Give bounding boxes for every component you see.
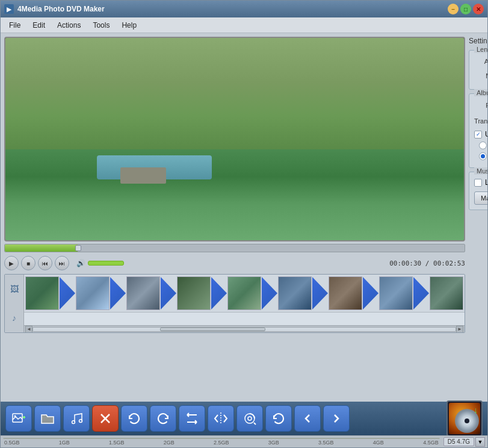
burn-arrow-icon: ↓ [474, 405, 478, 415]
disk-dropdown-arrow[interactable]: ▼ [475, 437, 485, 447]
flip-button[interactable] [208, 405, 234, 432]
status-bar: 0.5GB 1GB 1.5GB 2GB 2.5GB 3GB 3.5GB 4GB … [1, 435, 487, 447]
forward-button[interactable] [323, 405, 350, 432]
scrollbar-track[interactable] [32, 327, 456, 332]
album-settings-group: Album Settings Photo ▲ ▼ ms 🎵 Transition [469, 93, 487, 168]
thumb-1[interactable] [25, 276, 59, 310]
random-transition-radio[interactable] [479, 152, 487, 160]
back-button[interactable] [294, 405, 321, 432]
music-track-icon: ♪ [12, 313, 16, 323]
left-panel: ▶ ■ ⏮ ⏭ 🔊 00:00:30 / 00:02:53 🖼 ♪ [4, 37, 465, 398]
effects-button[interactable] [236, 405, 263, 432]
undo-button[interactable] [265, 405, 292, 432]
album-settings-title: Album Settings [474, 89, 487, 96]
timeline-scrollbar: ◄ ► [24, 325, 465, 332]
transition-2 [110, 277, 126, 310]
video-preview [4, 37, 465, 241]
dissolve-only-row: Dissolve Only [479, 141, 487, 149]
transition-1 [60, 277, 75, 310]
right-panel: Settings Length Album Music Album Settin… [469, 37, 487, 398]
add-photo-button[interactable] [5, 405, 32, 432]
music-settings-title: Music Settings [474, 167, 487, 175]
mark-1: 1GB [59, 440, 70, 446]
burn-button[interactable]: ↓ [446, 400, 483, 437]
mark-4: 2.5GB [214, 440, 229, 446]
menu-help[interactable]: Help [116, 19, 143, 31]
video-landscape [5, 149, 464, 240]
timeline-labels: 🖼 ♪ [5, 275, 24, 332]
settings-title: Settings [469, 37, 487, 45]
window-title: 4Media Photo DVD Maker [17, 5, 448, 13]
svg-point-5 [79, 420, 82, 423]
prev-button[interactable]: ⏮ [38, 256, 52, 270]
thumb-2[interactable] [76, 276, 110, 310]
thumb-8[interactable] [379, 276, 413, 310]
thumb-7[interactable] [329, 276, 362, 310]
progress-bar[interactable] [4, 244, 465, 252]
svg-point-4 [72, 421, 75, 424]
random-transition-row: Random Transition [479, 152, 487, 160]
thumb-6[interactable] [278, 276, 312, 310]
burn-icon: ↓ [449, 403, 480, 434]
main-content: ▶ ■ ⏮ ⏭ 🔊 00:00:30 / 00:02:53 🖼 ♪ [1, 33, 487, 402]
svg-point-10 [248, 417, 252, 420]
volume-icon: 🔊 [76, 259, 85, 267]
transition-7 [363, 277, 378, 310]
open-folder-button[interactable] [34, 405, 61, 432]
music-row: Music [474, 70, 487, 82]
loop-row: Loop [474, 178, 487, 187]
add-music-button[interactable] [63, 405, 90, 432]
menubar: File Edit Actions Tools Help [1, 17, 487, 33]
menu-actions[interactable]: Actions [51, 19, 87, 31]
scroll-left-arrow[interactable]: ◄ [25, 326, 32, 333]
burn-disc-hole [465, 418, 469, 423]
volume-bar[interactable] [88, 261, 124, 266]
status-progress-bar [3, 438, 440, 439]
svg-line-11 [254, 423, 256, 425]
window-controls: – □ ✕ [448, 4, 484, 14]
progress-fill [5, 244, 78, 252]
manage-audio-button[interactable]: Manage Audio [474, 191, 487, 205]
play-button[interactable]: ▶ [4, 256, 19, 270]
menu-edit[interactable]: Edit [26, 19, 51, 31]
scrollbar-thumb[interactable] [160, 328, 266, 331]
next-button[interactable]: ⏭ [55, 256, 69, 270]
thumb-3[interactable] [126, 276, 160, 310]
mark-8: 4.5GB [423, 440, 439, 446]
transition-row: Transition ▲ ▼ ms [474, 114, 487, 128]
rotate-ccw-button[interactable] [121, 405, 147, 432]
mark-0: 0.5GB [4, 440, 20, 446]
photo-row: Photo ▲ ▼ ms 🎵 [474, 99, 487, 112]
use-transition-checkbox[interactable] [474, 131, 482, 138]
delete-button[interactable] [92, 405, 119, 432]
bottom-toolbar: ↓ [1, 402, 487, 435]
mark-2: 1.5GB [109, 440, 125, 446]
thumb-5[interactable] [227, 276, 261, 310]
video-rocks [120, 167, 166, 184]
maximize-button[interactable]: □ [460, 4, 471, 14]
album-label: Album [474, 58, 487, 65]
menu-tools[interactable]: Tools [87, 19, 116, 31]
dissolve-only-radio[interactable] [479, 142, 487, 149]
close-button[interactable]: ✕ [473, 4, 484, 14]
progress-handle[interactable] [75, 245, 81, 251]
length-group-title: Length [474, 46, 487, 53]
app-icon: ▶ [4, 4, 14, 14]
loop-button[interactable] [179, 405, 205, 432]
minimize-button[interactable]: – [448, 4, 459, 14]
use-transition-label: Use Transition [485, 130, 487, 138]
length-group: Length Album Music [469, 50, 487, 90]
rotate-cw-button[interactable] [150, 405, 176, 432]
transition-3 [161, 277, 176, 310]
stop-button[interactable]: ■ [21, 256, 36, 270]
mark-3: 2GB [164, 440, 175, 446]
thumb-9[interactable] [430, 276, 463, 310]
menu-file[interactable]: File [3, 19, 26, 31]
loop-checkbox[interactable] [474, 179, 482, 187]
transition-4 [211, 277, 227, 310]
transition-label: Transition [474, 117, 487, 125]
scroll-right-arrow[interactable]: ► [456, 326, 463, 333]
thumb-4[interactable] [177, 276, 211, 310]
video-frame [5, 38, 464, 240]
disk-label: D5 4.7G [443, 437, 474, 446]
